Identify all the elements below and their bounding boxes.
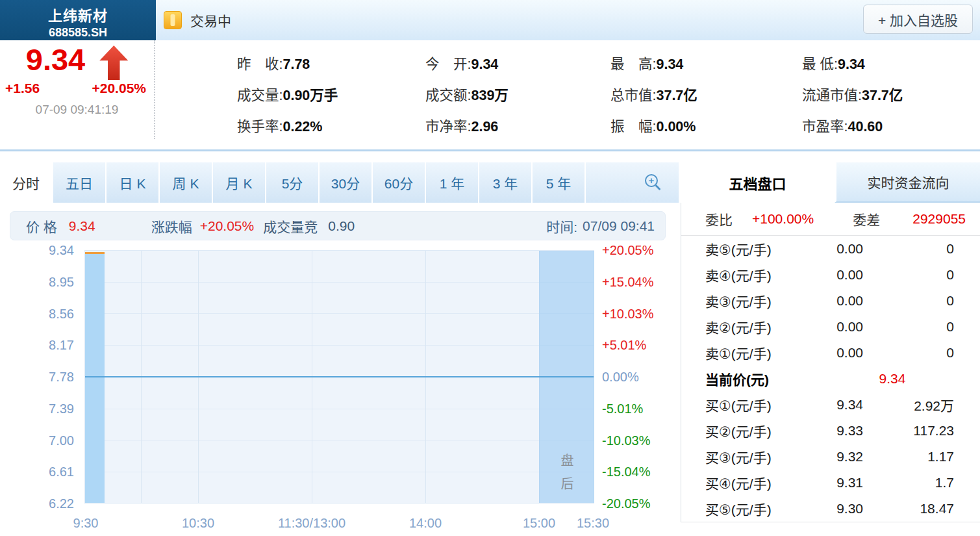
y-tick: 9.34 [49, 243, 74, 258]
buy-row-1[interactable]: 买①(元/手) 9.34 2.92万 [681, 392, 980, 418]
tab-weekly-k[interactable]: 周 K [160, 162, 213, 203]
y-tick: 6.61 [49, 465, 74, 479]
quote-section: 9.34 +1.56 +20.05% 07-09 09:41:19 昨 收:7.… [0, 40, 980, 151]
y-axis-pct-labels: +20.05% +15.04% +10.03% +5.01% 0.00% -5.… [602, 250, 673, 504]
info-change-label: 涨跌幅 [151, 216, 192, 236]
y-tick: 6.22 [49, 496, 74, 511]
top-bar: 交易中 + 加入自选股 [156, 0, 980, 41]
pct-tick: -15.04% [602, 465, 651, 479]
pct-tick: +15.04% [602, 274, 654, 289]
tab-money-flow[interactable]: 实时资金流向 [835, 162, 980, 203]
panel-body: 委比 +100.00% 委差 2929055 卖⑤(元/手) 0.00 0 卖④… [681, 203, 980, 522]
price-line-segment [85, 252, 105, 254]
tab-30min[interactable]: 30分 [320, 162, 373, 203]
weibi-label: 委比 [705, 209, 733, 229]
buy-row-2[interactable]: 买②(元/手) 9.33 117.23 [681, 418, 980, 444]
info-volume-label: 成交量竞 [263, 216, 318, 236]
y-tick: 8.95 [49, 274, 74, 289]
info-price-label: 价 格 [26, 216, 57, 236]
stat-open: 今 开:9.34 [425, 53, 610, 73]
stat-pe-ratio: 市盈率:40.60 [802, 115, 980, 135]
order-book-panel: 五档盘口 实时资金流向 委比 +100.00% 委差 2929055 卖⑤(元/… [681, 162, 980, 536]
stock-badge: 上纬新材 688585.SH [0, 0, 156, 40]
tab-minute[interactable]: 分时 [0, 162, 53, 203]
buy-row-4[interactable]: 买④(元/手) 9.31 1.7 [681, 470, 980, 496]
tab-monthly-k[interactable]: 月 K [213, 162, 266, 203]
commission-ratio-row: 委比 +100.00% 委差 2929055 [681, 203, 980, 236]
x-tick: 14:00 [409, 516, 442, 531]
sell-row-1[interactable]: 卖①(元/手) 0.00 0 [681, 340, 980, 366]
sell-row-5[interactable]: 卖⑤(元/手) 0.00 0 [681, 236, 980, 262]
price-area-fill [85, 254, 105, 503]
tab-daily-k[interactable]: 日 K [107, 162, 160, 203]
weicha-label: 委差 [853, 209, 880, 229]
pct-tick: -10.03% [602, 433, 651, 448]
tab-60min[interactable]: 60分 [373, 162, 426, 203]
y-tick: 7.78 [49, 370, 74, 385]
info-time-label: 时间: [546, 216, 577, 236]
stat-volume: 成交量:0.90万手 [237, 84, 425, 104]
quote-timestamp: 07-09 09:41:19 [0, 103, 154, 117]
chart-info-bar: 价 格 9.34 涨跌幅 +20.05% 成交量竞 0.90 时间: 07/09… [10, 211, 666, 240]
intraday-chart-plot[interactable]: 盘后 [84, 250, 594, 504]
panel-tabs: 五档盘口 实时资金流向 [681, 162, 980, 203]
tab-1year[interactable]: 1 年 [426, 162, 479, 203]
info-volume-value: 0.90 [328, 218, 355, 234]
y-tick: 8.17 [49, 338, 74, 353]
weicha-value: 2929055 [912, 211, 966, 227]
stock-quote-page: 上纬新材 688585.SH 交易中 + 加入自选股 9.34 +1.56 +2… [0, 0, 980, 536]
buy-row-5[interactable]: 买⑤(元/手) 9.30 18.47 [681, 496, 980, 522]
price-block: 9.34 +1.56 +20.05% 07-09 09:41:19 [0, 40, 155, 139]
stat-high: 最 高:9.34 [610, 53, 802, 73]
tab-5day[interactable]: 五日 [53, 162, 107, 203]
buy-row-3[interactable]: 买③(元/手) 9.32 1.17 [681, 444, 980, 470]
after-hours-label: 盘后 [557, 453, 576, 500]
info-time-value: 07/09 09:41 [583, 218, 655, 234]
pct-tick: 0.00% [602, 370, 639, 385]
x-axis-time-labels: 9:30 10:30 11:30/13:00 14:00 15:00 15:30 [84, 516, 594, 533]
pct-tick: +5.01% [602, 338, 646, 353]
pct-tick: -5.01% [602, 401, 643, 416]
y-tick: 7.00 [49, 433, 74, 448]
current-price-row: 当前价(元) 9.34 [681, 366, 980, 392]
chart-period-tabbar: 分时 五日 日 K 周 K 月 K 5分 30分 60分 1 年 3 年 5 年… [0, 162, 679, 203]
order-book: 卖⑤(元/手) 0.00 0 卖④(元/手) 0.00 0 卖③(元/手) 0.… [681, 236, 980, 522]
stat-low: 最 低:9.34 [802, 53, 980, 73]
x-tick: 15:00 [523, 516, 555, 531]
stat-market-cap: 总市值:37.7亿 [610, 84, 802, 104]
top-header: 上纬新材 688585.SH 交易中 + 加入自选股 [0, 0, 980, 40]
zoom-in-icon[interactable]: + [645, 174, 662, 191]
tab-5year[interactable]: 5 年 [533, 162, 586, 203]
stat-amplitude: 振 幅:0.00% [610, 115, 802, 135]
stat-pb-ratio: 市净率:2.96 [425, 115, 610, 135]
info-price-value: 9.34 [69, 218, 95, 234]
current-price: 9.34 [26, 42, 85, 78]
price-change: +1.56 [5, 81, 40, 96]
price-up-arrow-icon [99, 45, 128, 80]
stock-name: 上纬新材 [0, 4, 156, 25]
y-axis-price-labels: 9.34 8.95 8.56 8.17 7.78 7.39 7.00 6.61 … [0, 250, 74, 504]
pct-tick: -20.05% [602, 496, 651, 511]
tab-five-level-book[interactable]: 五档盘口 [681, 162, 835, 203]
current-price-value: 9.34 [785, 371, 954, 387]
trading-status: 交易中 [164, 10, 231, 30]
add-watchlist-button[interactable]: + 加入自选股 [863, 5, 973, 34]
stat-float-cap: 流通市值:37.7亿 [802, 84, 980, 104]
x-tick: 10:30 [182, 516, 214, 531]
tab-3year[interactable]: 3 年 [479, 162, 533, 203]
y-tick: 7.39 [49, 401, 74, 416]
stat-turnover-rate: 换手率:0.22% [237, 115, 425, 135]
trading-status-label: 交易中 [190, 10, 231, 30]
sell-row-2[interactable]: 卖②(元/手) 0.00 0 [681, 314, 980, 340]
sell-row-3[interactable]: 卖③(元/手) 0.00 0 [681, 288, 980, 314]
info-change-value: +20.05% [200, 218, 255, 234]
price-change-pct: +20.05% [92, 81, 147, 96]
pct-tick: +10.03% [602, 306, 654, 321]
weibi-value: +100.00% [752, 211, 814, 227]
sell-row-4[interactable]: 卖④(元/手) 0.00 0 [681, 262, 980, 288]
y-tick: 8.56 [49, 306, 74, 321]
stock-code: 688585.SH [0, 26, 156, 40]
tab-5min[interactable]: 5分 [266, 162, 320, 203]
prev-close-line [85, 376, 594, 377]
tabbar-filler: + [586, 162, 679, 203]
